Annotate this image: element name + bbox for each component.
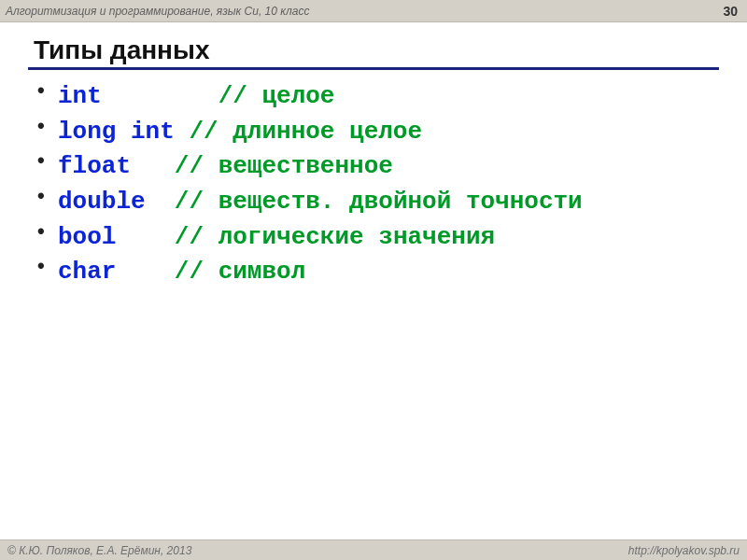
bottom-bar: © К.Ю. Поляков, Е.А. Ерёмин, 2013 http:/… — [0, 539, 747, 560]
heading-wrap: Типы данных — [28, 35, 719, 70]
types-list: int // целое long int // длинное целое f… — [37, 79, 747, 290]
list-item: double // веществ. двойной точности — [37, 185, 747, 220]
pad — [116, 223, 174, 251]
pad — [131, 152, 175, 180]
type-keyword: float — [58, 152, 131, 180]
slide-heading: Типы данных — [28, 35, 719, 70]
slide: Алгоритмизация и программирование, язык … — [0, 0, 747, 560]
type-comment: // веществ. двойной точности — [175, 188, 583, 216]
type-comment: // логические значения — [175, 223, 495, 251]
type-comment: // целое — [218, 82, 335, 110]
type-comment: // вещественное — [175, 152, 393, 180]
list-item: bool // логические значения — [37, 220, 747, 256]
list-item: float // вещественное — [37, 149, 747, 185]
list-item: long int // длинное целое — [37, 115, 747, 150]
copyright: © К.Ю. Поляков, Е.А. Ерёмин, 2013 — [7, 544, 191, 557]
course-title: Алгоритмизация и программирование, язык … — [6, 5, 309, 18]
top-bar: Алгоритмизация и программирование, язык … — [0, 0, 747, 22]
pad — [102, 82, 218, 110]
type-keyword: long int — [58, 118, 175, 146]
page-number: 30 — [723, 4, 738, 19]
pad — [116, 258, 174, 286]
list-item: int // целое — [37, 79, 747, 115]
list-item: char // символ — [37, 255, 747, 290]
source-url: http://kpolyakov.spb.ru — [628, 544, 740, 557]
type-comment: // длинное целое — [189, 118, 422, 146]
type-keyword: double — [58, 188, 146, 216]
type-keyword: bool — [58, 223, 116, 251]
type-keyword: int — [58, 82, 102, 110]
pad — [175, 118, 190, 146]
type-keyword: char — [58, 258, 116, 286]
type-comment: // символ — [175, 258, 305, 286]
pad — [146, 188, 175, 216]
